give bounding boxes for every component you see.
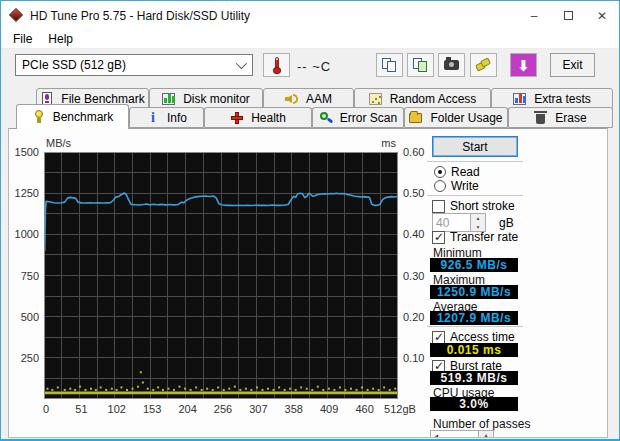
passes-stepper[interactable]: 1 ▲▼ [430, 430, 494, 438]
x-axis-tick: 153 [134, 403, 170, 415]
magnifier-icon [319, 111, 333, 125]
tab-erase[interactable]: Erase [508, 107, 613, 128]
benchmark-bulb-icon [32, 110, 46, 124]
burst-rate-value: 519.3 MB/s [430, 371, 518, 385]
right-axis-tick: 0.20 [403, 311, 424, 323]
x-axis-tick: 256 [205, 403, 241, 415]
x-axis-tick: 409 [311, 403, 347, 415]
benchmark-content-panel: MB/sms1500125010007505002500.600.500.400… [8, 128, 608, 438]
tab-error-scan[interactable]: Error Scan [312, 107, 404, 128]
thermometer-icon [273, 57, 281, 74]
short-stroke-unit-label: gB [499, 216, 514, 230]
cpu-usage-value: 3.0% [430, 397, 518, 411]
start-button[interactable]: Start [432, 136, 518, 157]
tab-benchmark[interactable]: Benchmark [16, 104, 129, 129]
tab-label: Error Scan [340, 111, 397, 125]
x-axis-tick: 0 [28, 403, 64, 415]
tab-label: Disk monitor [183, 92, 250, 106]
tab-health[interactable]: Health [204, 107, 312, 128]
close-button[interactable]: ✕ [585, 1, 619, 30]
transfer-rate-checkbox[interactable] [432, 231, 445, 244]
short-stroke-row[interactable]: Short stroke [432, 199, 515, 213]
average-value: 1207.9 MB/s [430, 311, 518, 325]
short-stroke-checkbox[interactable] [432, 200, 445, 213]
transfer-rate-row[interactable]: Transfer rate [432, 230, 518, 244]
left-axis-tick: 500 [9, 311, 39, 323]
window-title: HD Tune Pro 5.75 - Hard Disk/SSD Utility [30, 9, 250, 23]
read-radio-label: Read [451, 165, 480, 179]
maximize-button[interactable] [551, 1, 585, 30]
x-axis-tick: 204 [170, 403, 206, 415]
passes-value: 1 [431, 431, 478, 438]
write-radio-label: Write [451, 179, 479, 193]
camera-icon [444, 60, 459, 70]
right-axis-tick: 0.40 [403, 228, 424, 240]
tab-label: Folder Usage [430, 111, 502, 125]
tab-folder-usage[interactable]: Folder Usage [404, 107, 508, 128]
stepper-up-icon[interactable]: ▲ [479, 431, 493, 438]
copy-image-button[interactable] [407, 53, 434, 77]
read-radio-row[interactable]: Read [434, 165, 480, 179]
left-axis-tick: 1000 [9, 228, 39, 240]
right-axis-unit: ms [374, 137, 396, 149]
exit-button[interactable]: Exit [550, 53, 595, 77]
write-radio-row[interactable]: Write [434, 179, 479, 193]
drive-select-dropdown[interactable]: PCIe SSD (512 gB) [15, 54, 253, 76]
x-axis-tick: 51 [63, 403, 99, 415]
tab-label: Extra tests [534, 92, 591, 106]
transfer-rate-label: Transfer rate [450, 230, 518, 244]
tab-label: AAM [306, 92, 332, 106]
menu-bar: File Help [1, 30, 619, 49]
copy-text-icon [382, 58, 397, 73]
x-axis-tick: 512gB [382, 403, 418, 415]
save-results-icon [476, 59, 491, 72]
save-results-button[interactable] [470, 53, 497, 77]
tab-label: Erase [555, 111, 586, 125]
tab-random-access[interactable]: Random Access [354, 88, 491, 109]
separator [427, 161, 523, 162]
temperature-button[interactable] [263, 53, 290, 77]
tab-extra-tests[interactable]: Extra tests [491, 88, 613, 109]
copy-image-icon [413, 58, 428, 73]
tab-disk-monitor[interactable]: Disk monitor [149, 88, 263, 109]
passes-label: Number of passes [433, 417, 530, 431]
separator [427, 195, 523, 196]
disk-monitor-icon [162, 92, 176, 106]
update-download-button[interactable]: ⬇ [510, 53, 537, 77]
read-radio[interactable] [434, 166, 446, 178]
x-axis-tick: 102 [99, 403, 135, 415]
health-cross-icon [230, 111, 244, 125]
left-axis-unit: MB/s [46, 137, 71, 149]
speaker-icon [285, 92, 299, 106]
screenshot-button[interactable] [438, 53, 465, 77]
download-arrow-icon: ⬇ [517, 58, 530, 73]
info-icon: i [146, 111, 160, 125]
access-time-label: Access time [450, 330, 515, 344]
chevron-down-icon [236, 58, 247, 69]
maximize-icon [564, 11, 573, 20]
copy-text-button[interactable] [376, 53, 403, 77]
x-axis-tick: 307 [240, 403, 276, 415]
drive-select-value: PCIe SSD (512 gB) [22, 58, 236, 72]
right-axis-tick: 0.30 [403, 270, 424, 282]
menu-help[interactable]: Help [40, 30, 81, 48]
access-time-checkbox[interactable] [432, 331, 445, 344]
write-radio[interactable] [434, 180, 446, 192]
tab-info[interactable]: i Info [129, 107, 204, 128]
tab-label: Info [167, 111, 187, 125]
random-access-icon [369, 92, 383, 106]
tab-aam[interactable]: AAM [263, 88, 354, 109]
extra-tests-icon [513, 92, 527, 106]
access-time-row[interactable]: Access time [432, 330, 515, 344]
tab-label: Benchmark [53, 110, 114, 124]
app-window: HD Tune Pro 5.75 - Hard Disk/SSD Utility… [0, 0, 620, 441]
title-bar: HD Tune Pro 5.75 - Hard Disk/SSD Utility… [1, 1, 619, 30]
menu-file[interactable]: File [5, 30, 40, 48]
benchmark-chart [44, 152, 398, 399]
stepper-up-icon[interactable]: ▲ [471, 214, 485, 223]
chart-plot-area [44, 152, 398, 399]
right-axis-tick: 0.50 [403, 187, 424, 199]
short-stroke-size-value: 40 [433, 214, 470, 231]
minimize-button[interactable]: – [517, 1, 551, 30]
app-logo-icon [9, 8, 24, 23]
